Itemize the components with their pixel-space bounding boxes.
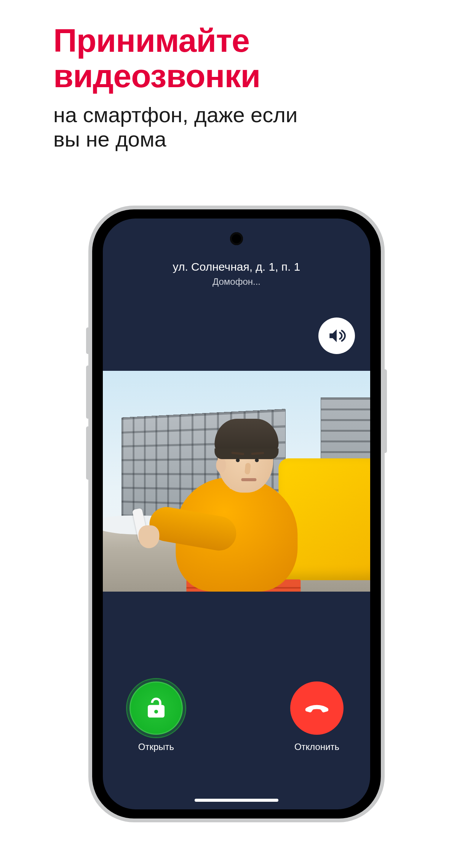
phone-side-button (86, 327, 90, 354)
intercom-video-feed (103, 371, 370, 592)
phone-side-button (86, 426, 90, 480)
home-indicator[interactable] (195, 799, 278, 802)
phone-body: ул. Солнечная, д. 1, п. 1 Домофон... (92, 209, 381, 819)
video-scene-illustration (103, 371, 370, 592)
headline-sub-line1: на смартфон, даже если (53, 103, 297, 127)
phone-side-button (86, 365, 90, 419)
phone-side-button (383, 369, 387, 453)
marketing-headline: Принимайте видеозвонки на смартфон, даже… (53, 23, 419, 152)
call-subtitle: Домофон... (103, 276, 370, 287)
decline-call-button[interactable] (290, 681, 344, 735)
headline-title-line2: видеозвонки (53, 57, 260, 94)
phone-device: ул. Солнечная, д. 1, п. 1 Домофон... (88, 206, 385, 822)
courier-illustration (141, 413, 339, 592)
headline-title: Принимайте видеозвонки (53, 23, 419, 94)
call-address: ул. Солнечная, д. 1, п. 1 (103, 260, 370, 273)
speaker-button[interactable] (318, 318, 355, 354)
decline-call-action: Отклонить (290, 681, 344, 752)
hangup-icon (304, 696, 329, 721)
phone-front-camera (230, 232, 243, 245)
lock-open-icon (144, 696, 169, 721)
headline-sub-line2: вы не дома (53, 127, 166, 151)
headline-title-line1: Принимайте (53, 22, 249, 59)
phone-screen: ул. Солнечная, д. 1, п. 1 Домофон... (103, 219, 370, 809)
call-actions: Открыть Отклонить (103, 681, 370, 752)
open-door-label: Открыть (138, 742, 174, 752)
decline-call-label: Отклонить (294, 742, 339, 752)
call-header: ул. Солнечная, д. 1, п. 1 Домофон... (103, 260, 370, 287)
headline-subtitle: на смартфон, даже если вы не дома (53, 103, 419, 152)
speaker-icon (327, 326, 346, 345)
open-door-action: Открыть (129, 681, 183, 752)
open-door-button[interactable] (129, 681, 183, 735)
